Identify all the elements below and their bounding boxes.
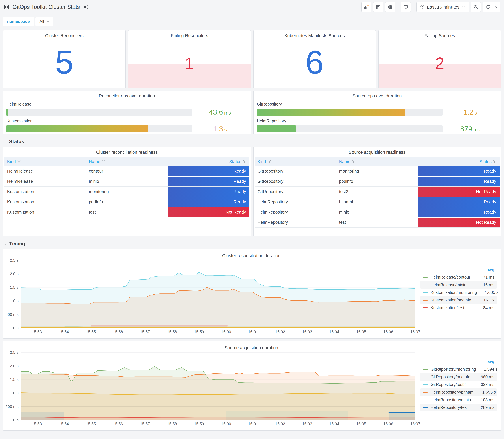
cell-status: Ready [168,197,249,207]
dashboard-toolbar: Last 15 minutes [361,2,500,12]
cell-kind: Kustomization [4,187,86,197]
table-row: GitRepositorypodinfoReady [255,176,500,187]
legend-item[interactable]: HelmRelease/contour71 ms [420,273,496,281]
legend-item[interactable]: GitRepository/monitoring1.594 s [420,366,496,373]
y-tick-label: 1.5 s [10,285,19,290]
dashboard-grid-icon[interactable] [4,4,9,10]
gauge-fill [257,109,406,116]
panel-title: Failing Reconcilers [128,30,251,38]
cell-kind: GitRepository [255,187,336,197]
variables-row: namespace All [3,17,501,26]
y-tick-label: 500 ms [5,312,19,317]
legend-item[interactable]: HelmRepository/test289 ms [420,404,496,411]
refresh-interval-dropdown[interactable] [493,2,500,12]
chevron-down-icon [46,20,49,23]
table-row: KustomizationmonitoringReady [4,187,249,197]
legend-series-avg: 980 ms [473,375,494,379]
chart-grid: 0 s500 ms1.0 s1.5 s2.0 s2.5 s15:5315:541… [4,353,499,427]
x-tick-label: 15:57 [140,422,150,426]
gauge-fill [6,125,148,133]
legend-item[interactable]: Kustomization/test84 ms [420,304,496,312]
legend-series-color [423,392,428,393]
gauge-track [257,125,443,133]
x-tick-label: 15:53 [32,329,42,334]
gauge-value-unit: s [224,127,227,133]
cycle-view-button[interactable] [401,2,411,12]
legend-item[interactable]: HelmRelease/minio16 ms [420,281,496,289]
legend-item[interactable]: GitRepository/podinfo980 ms [420,373,496,381]
dashboard-settings-button[interactable] [385,2,395,12]
y-tick-label: 1.0 s [10,391,19,395]
stat-panel-2: Kubernetes Manifests Sources6 [253,30,376,88]
panel-title: Source acquisition readiness [255,147,500,155]
timeseries-svg[interactable] [21,353,415,420]
y-tick-label: 2.0 s [10,271,19,276]
legend-sort-avg[interactable]: avg [488,267,494,272]
save-dashboard-button[interactable] [373,2,383,12]
page-title: GitOps Toolkit Cluster Stats [12,4,80,10]
variable-namespace-value-dropdown[interactable]: All [35,17,53,26]
x-axis-labels: 15:5315:5415:5515:5615:5715:5815:5916:00… [21,328,415,335]
y-tick-label: 2.5 s [10,258,19,263]
legend-item[interactable]: Kustomization/monitoring1.605 s [420,289,496,296]
y-tick-label: 0 s [13,326,19,330]
readiness-table: KindNameStatusGitRepositorymonitoringRea… [255,157,500,228]
column-header-status[interactable]: Status [418,159,500,164]
column-header-kind[interactable]: Kind [4,159,86,164]
legend-item[interactable]: HelmRepository/bitnami1.695 s [420,388,496,396]
x-tick-label: 15:59 [194,422,204,426]
table-row: HelmReleaseminioReady [4,176,249,187]
table-row: KustomizationtestNot Ready [4,207,249,217]
legend-series-color [423,384,428,385]
cell-name: minio [336,207,418,217]
x-tick-label: 16:05 [356,329,366,334]
x-tick-label: 15:55 [86,329,96,334]
x-tick-label: 15:53 [32,422,42,426]
cell-name: test [336,217,418,227]
legend-series-color [423,400,428,400]
legend-series-name: HelmRepository/minio [430,398,473,402]
filter-icon [352,160,356,163]
timeseries-svg[interactable] [21,260,415,328]
stat-value: 6 [305,46,324,78]
table-row: KustomizationpodinfoReady [4,197,249,207]
legend-item[interactable]: GitRepository/test2338 ms [420,381,496,388]
column-header-status[interactable]: Status [168,159,249,164]
time-picker-button[interactable]: Last 15 minutes [417,2,469,12]
gauge-value-number: 1.2 [463,108,473,116]
legend-header: avg [420,267,496,273]
x-tick-label: 16:07 [410,329,420,334]
cell-name: test2 [336,187,418,197]
x-tick-label: 15:58 [167,422,177,426]
clock-icon [420,4,425,10]
legend-series-avg: 16 ms [473,282,494,287]
plot-area [21,353,415,420]
gauge-track [6,109,193,116]
filter-icon [102,160,105,163]
legend-sort-avg[interactable]: avg [488,359,494,364]
gauge-panel-1: Source ops avg. durationGitRepository1.2… [253,91,501,134]
section-status-toggle[interactable]: Status [4,139,501,144]
column-header-name[interactable]: Name [86,159,168,164]
column-header-kind[interactable]: Kind [255,159,336,164]
section-timing-toggle[interactable]: Timing [4,241,501,247]
cell-kind: HelmRepository [255,197,336,207]
stats-row: Cluster Reconcilers5Failing Reconcilers1… [3,30,501,88]
refresh-button[interactable] [483,2,493,12]
gauge-row: 43.6ms [6,108,247,116]
cell-name: test [86,207,168,217]
legend-series-avg: 1.071 s [473,298,494,303]
variable-namespace-label[interactable]: namespace [3,17,34,26]
legend-item[interactable]: Kustomization/podinfo1.071 s [420,296,496,304]
gauge-body: GitRepository1.2sHelmRepository879ms [254,98,501,133]
legend-item[interactable]: HelmRepository/minio108 ms [420,396,496,404]
legend-series-name: GitRepository/podinfo [430,375,473,379]
gauge-row: 1.2s [257,108,498,116]
y-axis-labels: 0 s500 ms1.0 s1.5 s2.0 s2.5 s [4,353,21,420]
cell-name: podinfo [86,197,168,207]
share-icon[interactable] [83,5,88,10]
zoom-out-button[interactable] [471,2,481,12]
column-header-name[interactable]: Name [336,159,418,164]
add-panel-button[interactable] [361,2,371,12]
gauge-value: 1.3s [193,125,247,133]
